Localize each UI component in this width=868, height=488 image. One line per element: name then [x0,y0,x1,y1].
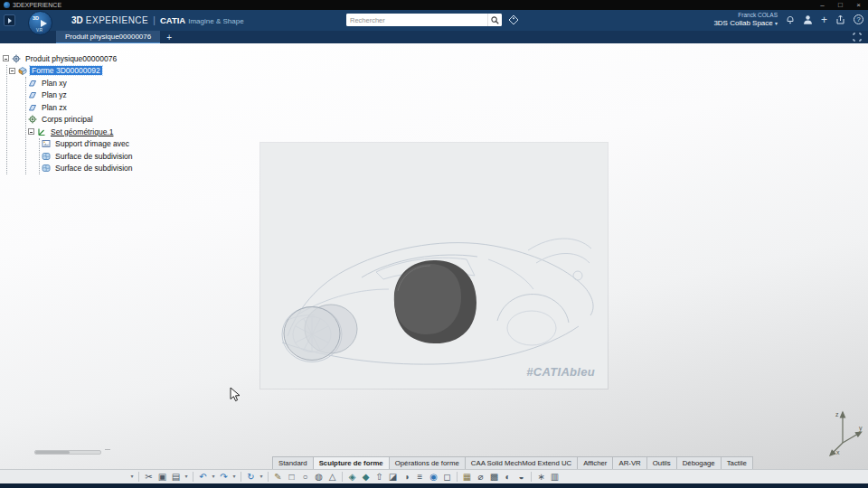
avatar-icon[interactable] [803,14,813,24]
app-name: CATIA [160,15,185,25]
tab-debogage[interactable]: Débogage [676,456,722,469]
material-button[interactable]: ◒ [514,470,528,483]
tree-label-subdivision-2[interactable]: Surface de subdivision [53,164,135,173]
erase-button[interactable]: ◻ [440,470,454,483]
tree-row-forme[interactable]: Forme 3D00000092 [9,65,135,78]
tab-outils[interactable]: Outils [646,456,677,469]
update-button[interactable]: ↻ [244,470,258,483]
tree-row-plan-xy[interactable]: Plan xy [28,77,135,89]
undo-button[interactable]: ↶ [196,470,210,483]
tree-label-corps-principal[interactable]: Corps principal [40,115,95,124]
document-tab[interactable]: Produit physique00000076 [56,31,160,43]
cut-button[interactable]: ✂ [142,470,156,483]
redo-options-icon[interactable]: ▾ [231,470,238,483]
tab-operations-de-forme[interactable]: Opérations de forme [389,456,466,469]
tree-root-row[interactable]: Produit physique00000076 [3,52,135,65]
3ds-logo-icon[interactable] [4,14,15,26]
tree-label-plan-yz[interactable]: Plan yz [40,90,69,99]
collapse-node-icon[interactable] [3,55,9,61]
user-block[interactable]: Franck COLAS 3DS Collab Space ▾ [713,12,778,28]
tree-label-set-geometrique[interactable]: Set géométrique.1 [49,127,115,136]
alignment-button[interactable]: ≡ [413,470,427,483]
body-icon [28,115,37,124]
copy-button[interactable]: ▣ [156,470,169,483]
tree-root-label[interactable]: Produit physique00000076 [24,54,118,63]
toolbar-separator [342,472,343,482]
new-tab-button[interactable]: + [160,31,178,43]
tab-afficher[interactable]: Afficher [577,456,613,469]
image-support-plane[interactable]: #CATIAbleu [260,143,608,389]
search-box[interactable] [346,14,502,26]
toolbar-overflow-icon[interactable]: ▾ [128,470,136,483]
tree-row-subdivision-1[interactable]: Surface de subdivision [42,150,135,163]
measure-button[interactable]: ⌀ [474,470,487,483]
tree-row-image-support[interactable]: Support d'image avec [42,138,135,151]
tree-row-set-geometrique[interactable]: Set géométrique.1 [28,126,135,138]
product-icon [12,54,21,63]
collab-space-selector[interactable]: 3DS Collab Space ▾ [713,19,778,28]
face-cut-button[interactable]: ◪ [386,470,400,483]
paste-options-icon[interactable]: ▾ [183,470,190,483]
viewport[interactable]: Produit physique00000076 Forme 3D0000009… [0,43,868,469]
subdivision-surface-icon [42,164,51,173]
tree-row-plan-zx[interactable]: Plan zx [28,101,135,114]
cylinder-primitive-button[interactable]: ◍ [312,470,326,483]
settings-button[interactable]: ∗ [534,470,548,483]
3dexperience-compass-icon[interactable]: 3D V.R [28,11,52,35]
slider-handle[interactable] [35,451,70,454]
tree-label-plan-zx[interactable]: Plan zx [40,103,69,112]
tab-sculpture-de-forme[interactable]: Sculpture de forme [313,456,390,469]
minimize-button[interactable]: – [815,1,830,9]
undo-options-icon[interactable]: ▾ [210,470,217,483]
view-mode-button[interactable]: ◐ [501,470,514,483]
action-toolbar: ▾ ✂ ▣ ▤ ▾ ↶ ▾ ↷ ▾ ↻ ▾ ✎ □ ○ ◍ △ ◈ ◆ ⇧ ◪ … [0,469,868,483]
share-icon[interactable] [835,14,845,24]
tree-row-corps-principal[interactable]: Corps principal [28,114,135,127]
brand-3d: 3D [71,15,83,25]
add-content-icon[interactable]: + [821,15,827,24]
sketch-button[interactable]: ✎ [271,470,285,483]
plane-icon [28,90,37,99]
axis-triad-icon[interactable]: z y x [823,407,864,457]
tag-icon[interactable] [508,14,519,25]
collapse-node-icon[interactable] [9,68,15,74]
collapse-node-icon[interactable] [28,128,34,135]
symmetry-button[interactable]: ◑ [400,470,413,483]
search-icon[interactable] [487,14,502,26]
maximize-button[interactable]: □ [833,1,848,9]
tree-row-subdivision-2[interactable]: Surface de subdivision [42,163,135,175]
tree-row-plan-yz[interactable]: Plan yz [28,89,135,102]
tree-label-image-support[interactable]: Support d'image avec [53,139,131,148]
tab-caa-solid-mechmod[interactable]: CAA Solid MechMod Extend UC [465,456,578,469]
tab-ar-vr[interactable]: AR-VR [612,456,646,469]
redo-button[interactable]: ↷ [217,470,231,483]
car-sketch-image [260,143,608,389]
help-icon[interactable]: ? [854,14,863,24]
slider-tick [105,449,110,450]
modification-button[interactable]: ◆ [359,470,373,483]
notifications-bell-icon[interactable] [786,14,795,24]
close-button[interactable]: × [851,1,866,9]
sphere-primitive-button[interactable]: ○ [298,470,312,483]
subdivision-surface-icon [42,152,51,161]
paste-button[interactable]: ▤ [169,470,183,483]
attraction-button[interactable]: ◉ [427,470,440,483]
box-primitive-button[interactable]: □ [285,470,298,483]
tab-standard[interactable]: Standard [272,456,314,469]
tree-zoom-slider[interactable] [34,450,101,455]
pyramid-primitive-button[interactable]: △ [326,470,339,483]
grid-button[interactable]: ▩ [487,470,501,483]
tree-label-forme[interactable]: Forme 3D00000092 [30,66,102,75]
tab-tactile[interactable]: Tactile [721,456,753,469]
update-options-icon[interactable]: ▾ [258,470,265,483]
catalog-button[interactable]: ▥ [548,470,561,483]
tree-label-subdivision-1[interactable]: Surface de subdivision [53,152,135,161]
search-input[interactable] [346,14,487,26]
fullscreen-icon[interactable] [853,31,862,43]
subdivision-surface-shape [394,260,476,343]
tree-label-plan-xy[interactable]: Plan xy [40,79,69,88]
extrusion-button[interactable]: ⇧ [373,470,386,483]
image-support-button[interactable]: ▦ [460,470,474,483]
brand-text: 3DEXPERIENCE | CATIA Imagine & Shape [71,15,244,25]
subdivision-surface-button[interactable]: ◈ [345,470,359,483]
